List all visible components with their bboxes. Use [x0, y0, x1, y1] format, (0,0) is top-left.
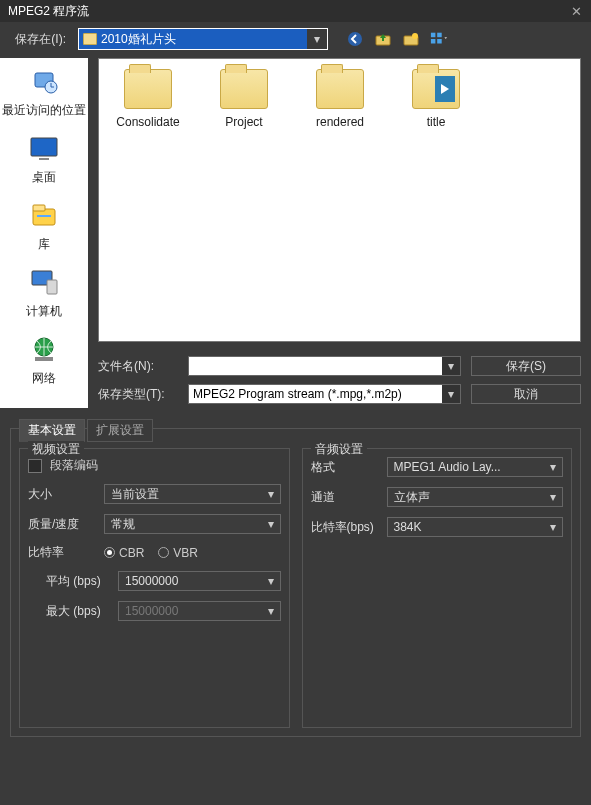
audio-bitrate-select[interactable]: 384K ▾ [387, 517, 564, 537]
up-folder-icon[interactable] [374, 30, 392, 48]
size-label: 大小 [28, 486, 96, 503]
place-library[interactable]: 库 [0, 200, 88, 253]
filetype-value: MPEG2 Program stream (*.mpg,*.m2p) [189, 385, 442, 403]
avg-bitrate-label: 平均 (bps) [28, 573, 110, 590]
new-folder-icon[interactable] [402, 30, 420, 48]
folder-label: Consolidate [116, 115, 179, 129]
max-bitrate-value: 15000000 [125, 604, 178, 618]
size-value: 当前设置 [111, 486, 159, 503]
format-label: 格式 [311, 459, 379, 476]
radio-dot-icon [158, 547, 169, 558]
cbr-radio[interactable]: CBR [104, 546, 144, 560]
view-menu-icon[interactable] [430, 30, 448, 48]
format-select[interactable]: MPEG1 Audio Lay... ▾ [387, 457, 564, 477]
chevron-down-icon[interactable]: ▾ [307, 29, 327, 49]
radio-dot-icon [104, 547, 115, 558]
filename-value [189, 357, 442, 375]
segment-encoding-label: 段落编码 [50, 457, 98, 474]
channel-value: 立体声 [394, 489, 430, 506]
svg-rect-14 [37, 215, 51, 217]
filename-label: 文件名(N): [98, 358, 178, 375]
svg-rect-16 [47, 280, 57, 294]
svg-rect-10 [31, 138, 57, 156]
folder-label: rendered [316, 115, 364, 129]
segment-encoding-checkbox[interactable] [28, 459, 42, 473]
window-title: MPEG2 程序流 [8, 3, 89, 20]
audio-bitrate-value: 384K [394, 520, 422, 534]
vbr-radio[interactable]: VBR [158, 546, 198, 560]
folder-item[interactable]: rendered [301, 69, 379, 129]
cbr-label: CBR [119, 546, 144, 560]
channel-label: 通道 [311, 489, 379, 506]
place-recent[interactable]: 最近访问的位置 [0, 66, 88, 119]
size-select[interactable]: 当前设置 ▾ [104, 484, 281, 504]
channel-select[interactable]: 立体声 ▾ [387, 487, 564, 507]
chevron-down-icon: ▾ [264, 604, 278, 618]
audio-bitrate-label: 比特率(bps) [311, 519, 379, 536]
svg-rect-11 [39, 158, 49, 160]
folder-item[interactable]: Project [205, 69, 283, 129]
library-icon [26, 200, 62, 232]
video-panel-title: 视频设置 [28, 441, 84, 458]
folder-icon [316, 69, 364, 109]
chevron-down-icon[interactable]: ▾ [442, 385, 460, 403]
svg-rect-13 [33, 205, 45, 211]
save-button[interactable]: 保存(S) [471, 356, 581, 376]
folder-icon [412, 69, 460, 109]
place-label: 计算机 [26, 303, 62, 320]
folder-item[interactable]: title [397, 69, 475, 129]
svg-rect-5 [437, 33, 442, 38]
place-label: 桌面 [32, 169, 56, 186]
folder-path-combo[interactable]: 2010婚礼片头 ▾ [78, 28, 328, 50]
chevron-down-icon: ▾ [546, 460, 560, 474]
filetype-label: 保存类型(T): [98, 386, 178, 403]
folder-icon [124, 69, 172, 109]
folder-view[interactable]: Consolidate Project rendered title [98, 58, 581, 342]
svg-rect-4 [431, 33, 436, 38]
max-bitrate-select: 15000000 ▾ [118, 601, 281, 621]
avg-bitrate-select[interactable]: 15000000 ▾ [118, 571, 281, 591]
svg-point-3 [412, 33, 418, 39]
computer-icon [26, 267, 62, 299]
bitrate-label: 比特率 [28, 544, 96, 561]
filetype-select[interactable]: MPEG2 Program stream (*.mpg,*.m2p) ▾ [188, 384, 461, 404]
svg-rect-7 [437, 39, 442, 44]
tab-advanced[interactable]: 扩展设置 [87, 419, 153, 442]
folder-path-text: 2010婚礼片头 [101, 31, 176, 48]
audio-panel-title: 音频设置 [311, 441, 367, 458]
folder-label: title [427, 115, 446, 129]
avg-bitrate-value: 15000000 [125, 574, 178, 588]
chevron-down-icon: ▾ [264, 517, 278, 531]
close-icon[interactable]: ✕ [569, 4, 583, 18]
place-label: 网络 [32, 370, 56, 387]
chevron-down-icon: ▾ [546, 520, 560, 534]
filename-input[interactable]: ▾ [188, 356, 461, 376]
places-sidebar: 最近访问的位置 桌面 库 计算机 网络 [0, 58, 88, 408]
desktop-icon [26, 133, 62, 165]
quality-select[interactable]: 常规 ▾ [104, 514, 281, 534]
max-bitrate-label: 最大 (bps) [28, 603, 110, 620]
format-value: MPEG1 Audio Lay... [394, 460, 501, 474]
place-desktop[interactable]: 桌面 [0, 133, 88, 186]
place-computer[interactable]: 计算机 [0, 267, 88, 320]
cancel-button[interactable]: 取消 [471, 384, 581, 404]
chevron-down-icon: ▾ [546, 490, 560, 504]
network-icon [26, 334, 62, 366]
svg-rect-18 [35, 357, 53, 361]
chevron-down-icon[interactable]: ▾ [442, 357, 460, 375]
tab-basic[interactable]: 基本设置 [19, 419, 85, 442]
recent-icon [26, 66, 62, 98]
quality-label: 质量/速度 [28, 516, 96, 533]
place-label: 最近访问的位置 [2, 102, 86, 119]
folder-icon [83, 33, 97, 45]
quality-value: 常规 [111, 516, 135, 533]
back-icon[interactable] [346, 30, 364, 48]
folder-icon [220, 69, 268, 109]
folder-item[interactable]: Consolidate [109, 69, 187, 129]
chevron-down-icon: ▾ [264, 574, 278, 588]
place-network[interactable]: 网络 [0, 334, 88, 387]
place-label: 库 [38, 236, 50, 253]
audio-settings-panel: 音频设置 格式 MPEG1 Audio Lay... ▾ 通道 立体声 ▾ 比特… [302, 448, 573, 728]
svg-rect-6 [431, 39, 436, 44]
video-settings-panel: 视频设置 段落编码 大小 当前设置 ▾ 质量/速度 常规 ▾ 比特率 [19, 448, 290, 728]
